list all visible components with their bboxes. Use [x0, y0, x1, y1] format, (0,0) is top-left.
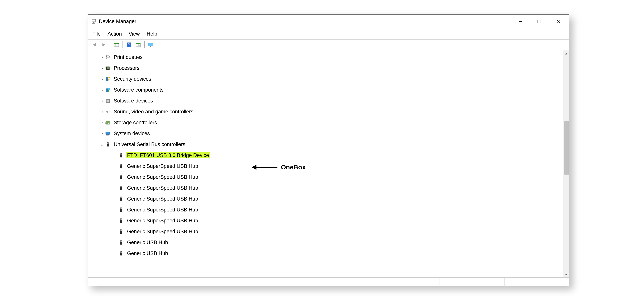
svg-rect-10 — [114, 44, 116, 47]
device-node[interactable]: Generic SuperSpeed USB Hub — [88, 215, 563, 226]
expand-toggle[interactable]: › — [100, 66, 105, 70]
arrow-line — [256, 167, 278, 168]
scroll-down-arrow[interactable]: ▾ — [563, 272, 569, 277]
usb-device-icon — [118, 218, 124, 224]
device-label: Generic SuperSpeed USB Hub — [126, 163, 199, 169]
category-label: Software devices — [112, 98, 154, 104]
menubar: File Action View Help — [88, 28, 569, 40]
category-node[interactable]: ›Sound, video and game controllers — [88, 106, 563, 117]
arrow-left-icon — [252, 165, 256, 170]
usb-device-icon — [118, 196, 124, 202]
status-cell — [504, 278, 569, 287]
category-label: Universal Serial Bus controllers — [112, 141, 186, 147]
category-node[interactable]: ›Software devices — [88, 95, 563, 106]
device-label: Generic SuperSpeed USB Hub — [126, 196, 199, 202]
device-tree-wrap: ›Print queues›Processors›Security device… — [88, 50, 569, 278]
vertical-scrollbar[interactable]: ▴ ▾ — [563, 50, 569, 277]
status-cell — [88, 278, 440, 287]
category-node[interactable]: ›Software components — [88, 84, 563, 95]
help-button[interactable]: ? — [125, 41, 133, 49]
device-label: Generic USB Hub — [126, 250, 169, 256]
usb-device-icon — [118, 185, 124, 191]
device-label: Generic USB Hub — [126, 240, 169, 245]
expand-toggle[interactable]: › — [100, 77, 105, 81]
usb-device-icon — [118, 174, 124, 180]
component-icon — [105, 87, 111, 93]
device-manager-window: Device Manager File Action View Help — [88, 14, 570, 286]
toolbar: ? — [88, 40, 569, 50]
close-button[interactable] — [549, 16, 568, 27]
device-label: FTDI FT601 USB 3.0 Bridge Device — [126, 153, 210, 158]
devices-view-button[interactable] — [146, 41, 155, 49]
device-node[interactable]: FTDI FT601 USB 3.0 Bridge Device — [88, 150, 563, 161]
device-node[interactable]: Generic USB Hub — [88, 248, 563, 259]
show-hide-console-button[interactable] — [112, 41, 120, 49]
expand-toggle[interactable]: ⌄ — [100, 144, 105, 145]
usb-device-icon — [118, 164, 124, 169]
nav-back-button[interactable] — [90, 41, 99, 49]
menu-help[interactable]: Help — [146, 30, 158, 38]
category-node[interactable]: ›Storage controllers — [88, 117, 563, 128]
scan-hardware-button[interactable] — [134, 41, 142, 49]
expand-toggle[interactable]: › — [100, 88, 105, 92]
category-node[interactable]: ›Processors — [88, 63, 563, 74]
svg-text:?: ? — [128, 43, 130, 47]
device-manager-icon — [91, 19, 96, 24]
usb-device-icon — [118, 153, 124, 158]
printer-icon — [105, 55, 111, 60]
toolbar-separator — [122, 41, 123, 48]
annotation-label: OneBox — [278, 164, 306, 171]
category-label: System devices — [112, 130, 151, 136]
software-icon — [105, 98, 111, 104]
minimize-button[interactable] — [510, 16, 530, 27]
device-node[interactable]: Generic SuperSpeed USB Hub — [88, 172, 563, 183]
device-node[interactable]: Generic SuperSpeed USB Hub — [88, 183, 563, 194]
category-label: Sound, video and game controllers — [112, 109, 194, 115]
status-cell — [440, 278, 504, 287]
category-node[interactable]: ›Security devices — [88, 74, 563, 84]
svg-rect-9 — [114, 43, 119, 44]
device-label: Generic SuperSpeed USB Hub — [126, 218, 199, 224]
device-label: Generic SuperSpeed USB Hub — [126, 229, 199, 235]
storage-icon — [105, 120, 111, 126]
scroll-thumb[interactable] — [564, 121, 569, 175]
usb-device-icon — [118, 240, 124, 245]
expand-toggle[interactable]: › — [100, 110, 105, 114]
device-node[interactable]: Generic USB Hub — [88, 237, 563, 248]
expand-toggle[interactable]: › — [100, 55, 105, 59]
menu-view[interactable]: View — [128, 30, 140, 38]
svg-rect-14 — [136, 43, 140, 44]
device-label: Generic SuperSpeed USB Hub — [126, 174, 199, 180]
menu-action[interactable]: Action — [107, 30, 122, 38]
usb-device-icon — [118, 251, 124, 256]
expand-toggle[interactable]: › — [100, 99, 105, 103]
device-tree[interactable]: ›Print queues›Processors›Security device… — [88, 50, 563, 277]
titlebar[interactable]: Device Manager — [88, 15, 569, 28]
svg-rect-1 — [92, 20, 95, 22]
category-label: Storage controllers — [112, 120, 158, 126]
toolbar-separator — [144, 41, 145, 48]
category-label: Processors — [112, 65, 141, 71]
device-node[interactable]: Generic SuperSpeed USB Hub — [88, 204, 563, 215]
menu-file[interactable]: File — [92, 30, 101, 38]
usb-icon — [105, 142, 111, 147]
nav-forward-button[interactable] — [100, 41, 108, 49]
device-node[interactable]: Generic SuperSpeed USB Hub — [88, 161, 563, 172]
maximize-button[interactable] — [530, 16, 549, 27]
category-node[interactable]: ⌄Universal Serial Bus controllers — [88, 139, 563, 150]
svg-rect-2 — [93, 22, 94, 23]
usb-device-icon — [118, 229, 124, 235]
cpu-icon — [105, 65, 111, 71]
toolbar-separator — [110, 41, 110, 48]
category-label: Print queues — [112, 54, 144, 60]
category-node[interactable]: ›System devices — [88, 128, 563, 139]
category-node[interactable]: ›Print queues — [88, 52, 563, 63]
expand-toggle[interactable]: › — [100, 121, 105, 125]
device-node[interactable]: Generic SuperSpeed USB Hub — [88, 194, 563, 204]
annotation-onebox: OneBox — [252, 164, 306, 171]
device-node[interactable]: Generic SuperSpeed USB Hub — [88, 226, 563, 237]
usb-device-icon — [118, 207, 124, 213]
expand-toggle[interactable]: › — [100, 131, 105, 136]
scroll-up-arrow[interactable]: ▴ — [563, 50, 569, 56]
svg-rect-3 — [92, 23, 95, 24]
